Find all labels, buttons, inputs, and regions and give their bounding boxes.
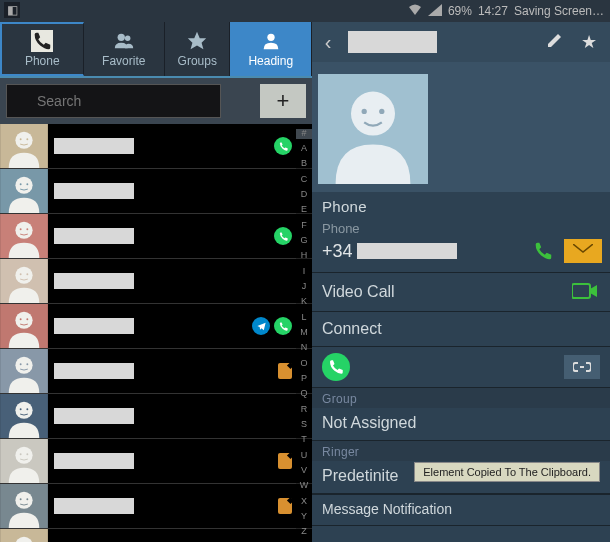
battery-text: 69% bbox=[448, 4, 472, 18]
contact-avatar bbox=[0, 169, 48, 213]
status-text: Saving Screen… bbox=[514, 4, 604, 18]
link-icon[interactable] bbox=[564, 355, 600, 379]
alpha-index-letter[interactable]: # bbox=[296, 129, 312, 139]
alpha-index-letter[interactable]: W bbox=[296, 481, 312, 491]
alpha-index-letter[interactable]: X bbox=[296, 497, 312, 507]
alpha-index-letter[interactable]: S bbox=[296, 420, 312, 430]
svg-point-36 bbox=[20, 453, 22, 455]
alpha-index-letter[interactable]: Q bbox=[296, 389, 312, 399]
detail-header: ‹ ★ bbox=[312, 22, 610, 62]
whatsapp-icon bbox=[322, 353, 350, 381]
alpha-index-letter[interactable]: K bbox=[296, 297, 312, 307]
svg-point-17 bbox=[26, 228, 28, 230]
contact-row[interactable] bbox=[0, 304, 312, 349]
alpha-index-letter[interactable]: Y bbox=[296, 512, 312, 522]
alpha-index-letter[interactable]: Z bbox=[296, 527, 312, 537]
favorites-icon bbox=[113, 30, 135, 52]
contact-row[interactable] bbox=[0, 124, 312, 169]
alpha-index-letter[interactable]: R bbox=[296, 405, 312, 415]
svg-point-2 bbox=[125, 36, 131, 42]
favorite-star-button[interactable]: ★ bbox=[574, 31, 604, 53]
contact-name-masked bbox=[54, 138, 134, 154]
tab-favorites[interactable]: Favorite bbox=[84, 22, 166, 76]
contact-row[interactable] bbox=[0, 529, 312, 542]
groups-icon bbox=[186, 30, 208, 52]
alpha-index-letter[interactable]: C bbox=[296, 175, 312, 185]
alpha-index-letter[interactable]: T bbox=[296, 435, 312, 445]
phone-number-masked bbox=[357, 243, 457, 259]
tab-contacts[interactable]: Heading bbox=[230, 22, 312, 76]
alpha-index-letter[interactable]: D bbox=[296, 190, 312, 200]
phone-prefix: +34 bbox=[322, 241, 353, 262]
svg-point-40 bbox=[20, 498, 22, 500]
message-button[interactable] bbox=[564, 239, 602, 263]
signal-icon bbox=[428, 4, 442, 19]
phone-section-header: Phone bbox=[312, 192, 610, 219]
toast-notification: Element Copied To The Clipboard. bbox=[414, 462, 600, 482]
contact-name-masked bbox=[54, 453, 134, 469]
svg-point-23 bbox=[15, 312, 32, 329]
svg-point-7 bbox=[15, 132, 32, 149]
add-contact-button[interactable]: + bbox=[260, 84, 306, 118]
contact-avatar-large bbox=[312, 62, 610, 192]
tab-bar: Phone Favorite Groups Heading bbox=[0, 22, 312, 78]
alpha-index-letter[interactable]: P bbox=[296, 374, 312, 384]
alpha-index-letter[interactable]: I bbox=[296, 267, 312, 277]
contact-row[interactable] bbox=[0, 349, 312, 394]
svg-point-39 bbox=[15, 492, 32, 509]
contact-row[interactable] bbox=[0, 169, 312, 214]
contact-row[interactable] bbox=[0, 394, 312, 439]
contact-row[interactable] bbox=[0, 214, 312, 259]
alpha-index-letter[interactable]: F bbox=[296, 221, 312, 231]
svg-point-9 bbox=[26, 138, 28, 140]
phone-row[interactable]: +34 bbox=[312, 236, 610, 273]
contact-name-masked bbox=[54, 228, 134, 244]
alpha-index-letter[interactable]: J bbox=[296, 282, 312, 292]
alpha-index-letter[interactable]: U bbox=[296, 451, 312, 461]
alpha-index-letter[interactable]: O bbox=[296, 359, 312, 369]
tab-groups[interactable]: Groups bbox=[165, 22, 230, 76]
contact-name-masked bbox=[54, 498, 134, 514]
svg-point-12 bbox=[20, 183, 22, 185]
tab-phone[interactable]: Phone bbox=[0, 22, 84, 76]
alpha-index-letter[interactable]: E bbox=[296, 205, 312, 215]
alpha-index-letter[interactable]: N bbox=[296, 343, 312, 353]
svg-point-33 bbox=[26, 408, 28, 410]
video-call-row[interactable]: Video Call bbox=[312, 273, 610, 312]
alpha-index-letter[interactable]: V bbox=[296, 466, 312, 476]
svg-point-48 bbox=[362, 109, 367, 114]
svg-point-21 bbox=[26, 273, 28, 275]
svg-point-16 bbox=[20, 228, 22, 230]
telegram-icon bbox=[252, 317, 270, 335]
svg-point-49 bbox=[379, 109, 384, 114]
alpha-index-letter[interactable]: M bbox=[296, 328, 312, 338]
call-button[interactable] bbox=[530, 238, 556, 264]
svg-point-28 bbox=[20, 363, 22, 365]
edit-button[interactable] bbox=[540, 31, 570, 54]
contacts-pane: Phone Favorite Groups Heading bbox=[0, 22, 312, 542]
alpha-index[interactable]: #ABCDEFGHIJKLMNOPQRSTUVWXYZ bbox=[296, 124, 312, 542]
contact-avatar bbox=[0, 349, 48, 393]
alpha-index-letter[interactable]: H bbox=[296, 251, 312, 261]
contact-name-masked bbox=[54, 183, 134, 199]
alpha-index-letter[interactable]: B bbox=[296, 159, 312, 169]
contact-avatar bbox=[0, 394, 48, 438]
contact-row[interactable] bbox=[0, 484, 312, 529]
alpha-index-letter[interactable]: G bbox=[296, 236, 312, 246]
status-bar: ◧ 69% 14:27 Saving Screen… bbox=[0, 0, 610, 22]
phone-icon bbox=[31, 30, 53, 52]
alpha-index-letter[interactable]: L bbox=[296, 313, 312, 323]
message-notification-row[interactable]: Message Notification bbox=[312, 494, 610, 526]
svg-point-1 bbox=[117, 34, 124, 41]
whatsapp-icon bbox=[274, 317, 292, 335]
contact-row[interactable] bbox=[0, 439, 312, 484]
alpha-index-letter[interactable]: A bbox=[296, 144, 312, 154]
back-button[interactable]: ‹ bbox=[318, 31, 338, 54]
phone-field-label: Phone bbox=[312, 219, 610, 236]
group-value[interactable]: Not Assigned bbox=[312, 408, 610, 441]
whatsapp-connect-row[interactable] bbox=[312, 347, 610, 388]
contact-list[interactable]: #ABCDEFGHIJKLMNOPQRSTUVWXYZ bbox=[0, 124, 312, 542]
svg-point-37 bbox=[26, 453, 28, 455]
search-input[interactable] bbox=[6, 84, 221, 118]
contact-row[interactable] bbox=[0, 259, 312, 304]
